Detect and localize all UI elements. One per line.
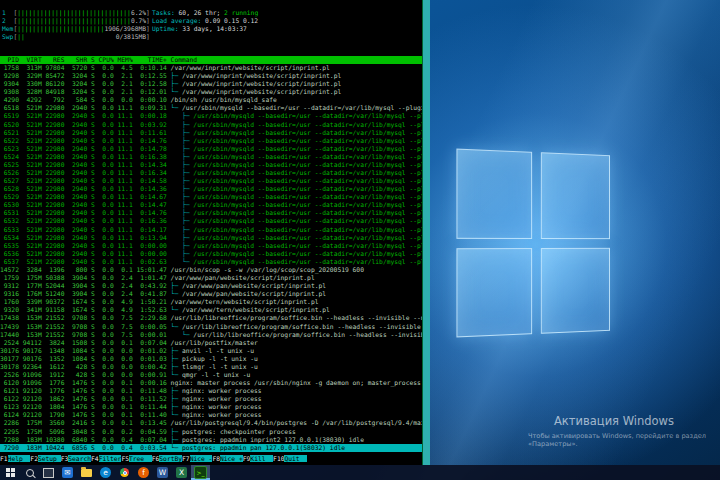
fkey-Setup[interactable]: F2	[30, 455, 38, 462]
process-row[interactable]: 6534 521M 22980 2940 S 0.0 11.1 0:13.94 …	[0, 234, 423, 242]
fkey-Nice-[interactable]: F7	[182, 455, 190, 462]
firefox-icon-glyph: f	[138, 467, 149, 478]
windows-logo-pane	[540, 247, 610, 333]
taskbar: ✉efWX>_	[0, 465, 720, 480]
process-row[interactable]: 6537 521M 22980 2940 S 0.0 11.1 0:02.63 …	[0, 258, 423, 266]
process-row[interactable]: 14572 3284 1396 800 S 0.0 0.1 15:01.47 /…	[0, 266, 423, 274]
htop-stats: Tasks: 60, 26 thr; 2 runningLoad average…	[152, 9, 258, 33]
terminal-icon-glyph: >_	[194, 466, 207, 479]
terminal-scrollbar[interactable]	[422, 0, 430, 465]
process-row[interactable]: 1760 339M 90372 1674 S 0.0 4.9 1:50.21 /…	[0, 298, 423, 306]
process-row[interactable]: 4290 4292 792 584 S 0.0 0.0 0:00.10 /bin…	[0, 96, 423, 104]
process-row[interactable]: 9304 330M 86120 3204 S 0.0 2.1 0:12.58 ├…	[0, 80, 423, 88]
process-row[interactable]: 1759 175M 50388 3904 S 0.0 2.4 1:01.47 /…	[0, 274, 423, 282]
process-row[interactable]: 6536 521M 22980 2940 S 0.0 11.1 0:00.00 …	[0, 250, 423, 258]
fkey-label[interactable]: Tree	[129, 455, 152, 462]
fkey-label[interactable]: Quit	[284, 455, 307, 462]
process-row[interactable]: 9308 328M 84918 3204 S 0.0 2.1 0:12.01 └…	[0, 88, 423, 96]
process-row[interactable]: 6123 92120 1804 1476 S 0.0 0.1 0:11.44 ├…	[0, 403, 423, 411]
activation-subtitle: Чтобы активировать Windows, перейдите в …	[528, 432, 716, 448]
fkey-label[interactable]: Kill	[250, 455, 273, 462]
process-row[interactable]: 6519 521M 22980 2940 S 0.0 11.1 0:00.18 …	[0, 112, 423, 120]
process-row[interactable]: 6527 521M 22980 2940 S 0.0 11.1 0:14.58 …	[0, 177, 423, 185]
process-row[interactable]: 2286 175M 3560 2416 S 0.0 0.1 0:13.45 /u…	[0, 419, 423, 427]
process-row[interactable]: 9298 329M 85472 3204 S 0.0 2.1 0:12.55 ├…	[0, 72, 423, 80]
process-row[interactable]: 30176 90176 1348 1084 S 0.0 0.0 0:01.02 …	[0, 347, 423, 355]
firefox-icon[interactable]: f	[134, 465, 153, 480]
mail-icon[interactable]: ✉	[58, 465, 77, 480]
process-row[interactable]: 2524 94112 3824 1508 S 0.0 0.1 0:07.04 /…	[0, 339, 423, 347]
process-row[interactable]: 6531 521M 22980 2940 S 0.0 11.1 0:14.76 …	[0, 209, 423, 217]
word-icon[interactable]: W	[153, 465, 172, 480]
terminal-window[interactable]: 1 [||||||||||||||||||||||||||||||6.2%]2 …	[0, 0, 430, 465]
process-row[interactable]: 6533 521M 22980 2940 S 0.0 11.1 0:14.17 …	[0, 226, 423, 234]
fkey-label[interactable]: Help	[8, 455, 31, 462]
process-row[interactable]: 6522 521M 22980 2940 S 0.0 11.1 0:14.76 …	[0, 137, 423, 145]
process-row[interactable]: 7288 183M 10380 6840 S 0.0 0.4 0:07.04 ├…	[0, 436, 423, 444]
stat-line: Uptime: 33 days, 14:03:37	[152, 25, 258, 33]
fkey-label[interactable]: SortBy	[159, 455, 182, 462]
process-row[interactable]: 17440 153M 21552 9708 S 0.0 7.5 0:00.01 …	[0, 331, 423, 339]
process-row[interactable]: 30177 90176 1352 1084 S 0.0 0.0 0:01.03 …	[0, 355, 423, 363]
fkey-Nice+[interactable]: F8	[212, 455, 220, 462]
task-view-button[interactable]	[39, 465, 58, 480]
process-row[interactable]: 9320 341M 91158 1674 S 0.0 4.9 1:52.63 └…	[0, 306, 423, 314]
windows-logo-pane	[540, 152, 610, 238]
fkey-label[interactable]: Search	[68, 455, 91, 462]
process-row[interactable]: 6526 521M 22980 2940 S 0.0 11.1 0:16.34 …	[0, 169, 423, 177]
process-row[interactable]: 17438 153M 21552 9708 S 0.0 7.5 2:29.68 …	[0, 314, 423, 322]
process-row[interactable]: 6535 521M 22980 2940 S 0.0 11.1 0:00.00 …	[0, 242, 423, 250]
fkey-label[interactable]: Nice -	[190, 455, 213, 462]
terminal-icon[interactable]: >_	[191, 465, 210, 480]
stat-line: Load average: 0.09 0.15 0.12	[152, 17, 258, 25]
process-row[interactable]: 6523 521M 22980 2940 S 0.0 11.1 0:14.78 …	[0, 145, 423, 153]
fkey-Filter[interactable]: F4	[91, 455, 99, 462]
fkey-label[interactable]: Nice +	[220, 455, 243, 462]
fkey-label[interactable]: Filter	[99, 455, 122, 462]
chrome-icon[interactable]	[115, 465, 134, 480]
search-button[interactable]	[20, 465, 39, 480]
search-icon	[26, 469, 34, 477]
edge-icon-glyph: e	[100, 467, 111, 478]
fkey-Tree[interactable]: F5	[121, 455, 129, 462]
process-row[interactable]: 6521 521M 22980 2940 S 0.0 11.1 0:11.61 …	[0, 129, 423, 137]
edge-icon[interactable]: e	[96, 465, 115, 480]
process-row[interactable]: 6121 92120 1776 1476 S 0.0 0.1 0:11.48 ├…	[0, 387, 423, 395]
fkey-label[interactable]: Setup	[38, 455, 61, 462]
folder-icon	[81, 469, 92, 477]
process-row[interactable]: 6122 92120 1862 1476 S 0.0 0.1 0:11.52 ├…	[0, 395, 423, 403]
excel-icon-glyph: X	[176, 467, 187, 478]
meter-cpu2: 2 [||||||||||||||||||||||||||||||0.7%]	[2, 17, 150, 25]
fkey-Quit[interactable]: F10	[273, 455, 284, 462]
process-row[interactable]: 9316 176M 51240 3904 S 0.0 2.4 0:41.87 └…	[0, 290, 423, 298]
process-row[interactable]: 6518 521M 22980 2940 S 0.0 11.1 0:09.31 …	[0, 104, 423, 112]
process-row[interactable]: 1758 313M 97804 5720 S 0.0 4.5 0:10.14 /…	[0, 64, 423, 72]
process-row[interactable]: 2526 91096 1912 428 S 0.0 0.0 0:00.91 └─…	[0, 371, 423, 379]
process-row[interactable]: 6525 521M 22980 2940 S 0.0 11.1 0:14.34 …	[0, 161, 423, 169]
windows-logo-wallpaper	[456, 149, 610, 338]
process-row[interactable]: 6120 91096 1776 1476 S 0.0 0.1 0:00.16 n…	[0, 379, 423, 387]
process-row[interactable]: 30178 92364 1612 428 S 0.0 0.0 0:00.42 ├…	[0, 363, 423, 371]
process-row[interactable]: 6532 521M 22980 2940 S 0.0 11.1 0:16.36 …	[0, 217, 423, 225]
process-row[interactable]: 6124 92120 1790 1476 S 0.0 0.1 0:11.40 └…	[0, 411, 423, 419]
start-button[interactable]	[1, 465, 20, 480]
process-row[interactable]: 2295 175M 5096 3048 S 0.0 0.2 0:04.59 ├─…	[0, 428, 423, 436]
process-row[interactable]: 6520 521M 22980 2940 S 0.0 11.1 0:03.92 …	[0, 121, 423, 129]
word-icon-glyph: W	[157, 467, 168, 478]
mail-icon-glyph: ✉	[62, 467, 73, 478]
process-list: 1758 313M 97804 5720 S 0.0 4.5 0:10.14 /…	[0, 64, 423, 452]
process-row[interactable]: 6529 521M 22980 2940 S 0.0 11.1 0:14.67 …	[0, 193, 423, 201]
excel-icon[interactable]: X	[172, 465, 191, 480]
file-explorer-icon[interactable]	[77, 465, 96, 480]
process-table-header[interactable]: PID VIRT RES SHR S CPU% MEM% TIME+ Comma…	[0, 56, 423, 64]
process-row[interactable]: 17439 153M 21552 9708 S 0.0 7.5 0:00.05 …	[0, 323, 423, 331]
meter-cpu1: 1 [||||||||||||||||||||||||||||||6.2%]	[2, 9, 150, 17]
process-row[interactable]: 7290 183M 10424 6856 S 0.0 0.4 0:03.54 └…	[0, 444, 423, 452]
stat-line: Tasks: 60, 26 thr; 2 running	[152, 9, 258, 17]
process-row[interactable]: 6528 521M 22980 2940 S 0.0 11.1 0:14.36 …	[0, 185, 423, 193]
function-key-bar[interactable]: F1Help F2Setup F3SearchF4FilterF5Tree F6…	[0, 454, 423, 463]
fkey-Help[interactable]: F1	[0, 455, 8, 462]
process-row[interactable]: 6530 521M 22980 2940 S 0.0 11.1 0:14.47 …	[0, 201, 423, 209]
process-row[interactable]: 9312 177M 52044 3904 S 0.0 2.4 0:43.92 ├…	[0, 282, 423, 290]
process-row[interactable]: 6524 521M 22980 2940 S 0.0 11.1 0:16.38 …	[0, 153, 423, 161]
